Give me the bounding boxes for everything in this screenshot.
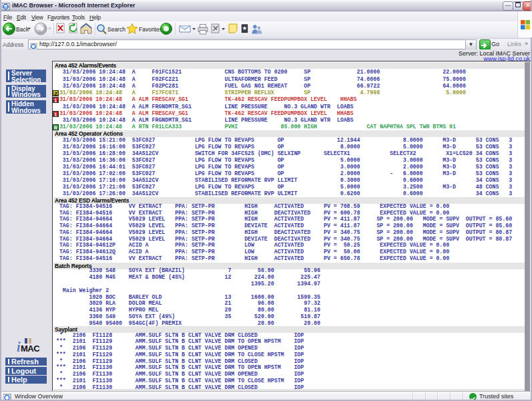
- svg-text:Back: Back: [16, 26, 29, 33]
- svg-text:Favorites: Favorites: [139, 26, 162, 33]
- svg-text:Search: Search: [107, 26, 125, 33]
